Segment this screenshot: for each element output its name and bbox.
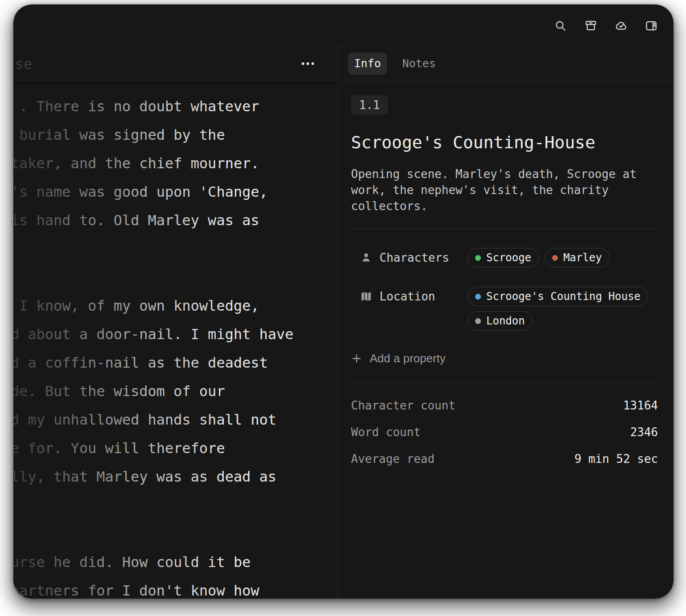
stat-row-character-count: Character count 13164 <box>351 392 658 419</box>
editor-header: se <box>13 47 337 81</box>
editor-text: . There is no doubt whatever burial was … <box>13 81 294 598</box>
editor-line: urse he did. How could it be <box>13 548 294 576</box>
more-options-button[interactable] <box>297 57 319 70</box>
scene-description[interactable]: Opening scene. Marley's death, Scrooge a… <box>351 166 658 214</box>
editor-line: d a coffin-nail as the deadest <box>13 349 294 377</box>
stat-value: 2346 <box>630 426 658 439</box>
property-label-location: Location <box>351 287 468 306</box>
tag-pill[interactable]: Scrooge's Counting House <box>468 287 648 306</box>
map-icon <box>360 290 372 303</box>
editor-line: d about a door-nail. I might have <box>13 320 294 349</box>
document-title-clipped: se <box>15 56 32 73</box>
tag-label: Marley <box>563 251 602 264</box>
plus-icon <box>351 353 362 364</box>
editor-line: is hand to. Old Marley was as <box>13 206 294 235</box>
ellipsis-icon <box>302 62 304 65</box>
tag-color-dot <box>475 255 481 261</box>
titlebar <box>13 4 674 47</box>
tag-label: Scrooge <box>486 251 531 264</box>
add-property-label: Add a property <box>370 352 446 365</box>
location-tags: Scrooge's Counting HouseLondon <box>468 287 654 331</box>
property-label-characters: Characters <box>351 248 468 267</box>
editor-text-area[interactable]: . There is no doubt whatever burial was … <box>13 81 337 598</box>
divider <box>351 229 658 229</box>
search-icon <box>554 20 567 32</box>
tag-label: London <box>486 315 525 327</box>
search-button[interactable] <box>554 20 567 32</box>
stat-value: 9 min 52 sec <box>574 452 658 466</box>
inspector-content: 1.1 Scrooge's Counting-House Opening sce… <box>338 81 674 472</box>
inspector-pane: Info Notes 1.1 Scrooge's Counting-House … <box>338 47 674 598</box>
tab-notes[interactable]: Notes <box>396 53 442 75</box>
editor-line: burial was signed by the <box>13 121 294 149</box>
stat-value: 13164 <box>623 399 658 412</box>
editor-paragraph: I know, of my own knowledge,d about a do… <box>13 292 294 491</box>
stat-row-word-count: Word count 2346 <box>351 419 658 446</box>
character-tags: ScroogeMarley <box>468 248 609 267</box>
stat-label: Character count <box>351 399 456 412</box>
editor-line: taker, and the chief mourner. <box>13 149 294 178</box>
editor-line: e for. You will therefore <box>13 434 294 462</box>
titlebar-icons <box>554 4 658 47</box>
scene-number-badge: 1.1 <box>351 95 388 115</box>
editor-line: I know, of my own knowledge, <box>13 292 294 320</box>
property-row-location: Location Scrooge's Counting HouseLondon <box>351 287 658 331</box>
editor-paragraph: . There is no doubt whatever burial was … <box>13 92 294 235</box>
stat-label: Average read <box>351 452 435 466</box>
scene-title: Scrooge's Counting-House <box>351 133 658 152</box>
sidebar-toggle-icon <box>645 20 658 32</box>
sidebar-toggle-button[interactable] <box>645 20 658 32</box>
app-window: se . There is no doubt whatever burial w… <box>13 4 674 599</box>
property-name: Characters <box>379 251 449 264</box>
property-row-characters: Characters ScroogeMarley <box>351 248 658 267</box>
editor-paragraph: urse he did. How could it bepartners for… <box>13 548 294 598</box>
person-icon <box>360 251 372 264</box>
inspector-tabs: Info Notes <box>338 47 674 81</box>
stat-label: Word count <box>351 426 421 439</box>
editor-line: 's name was good upon 'Change, <box>13 178 294 206</box>
property-name: Location <box>379 290 435 303</box>
tag-color-dot <box>552 255 558 261</box>
editor-line: partners for I don't know how <box>13 576 294 598</box>
cloud-check-icon <box>615 20 627 32</box>
tag-label: Scrooge's Counting House <box>486 290 641 303</box>
stat-row-average-read: Average read 9 min 52 sec <box>351 446 658 472</box>
stats-section: Character count 13164 Word count 2346 Av… <box>351 382 658 472</box>
tag-pill[interactable]: Scrooge <box>468 248 539 267</box>
sync-button[interactable] <box>615 20 627 32</box>
tag-color-dot <box>475 318 481 324</box>
editor-pane: se . There is no doubt whatever burial w… <box>13 47 338 598</box>
tag-pill[interactable]: Marley <box>545 248 609 267</box>
tag-color-dot <box>475 294 481 300</box>
tag-pill[interactable]: London <box>468 311 533 331</box>
editor-line: de. But the wisdom of our <box>13 377 294 405</box>
add-property-button[interactable]: Add a property <box>351 349 446 368</box>
archive-button[interactable] <box>585 20 597 32</box>
archive-icon <box>585 20 597 32</box>
tab-info[interactable]: Info <box>348 53 387 75</box>
editor-line: . There is no doubt whatever <box>13 92 294 121</box>
editor-line: lly, that Marley was as dead as <box>13 462 294 491</box>
editor-line: d my unhallowed hands shall not <box>13 405 294 434</box>
